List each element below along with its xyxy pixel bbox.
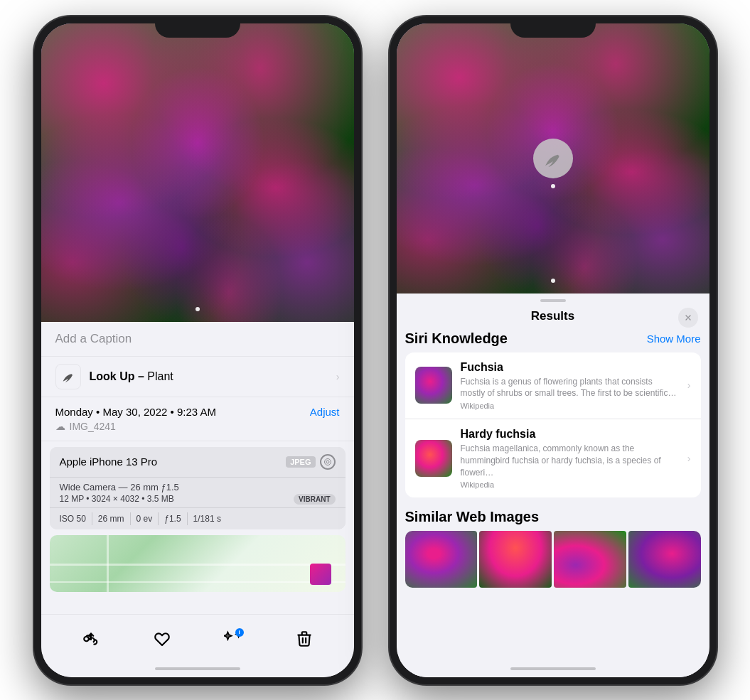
info-badge-dot [235, 628, 244, 637]
cloud-icon: ☁ [55, 421, 65, 432]
photo-indicator-dot-2 [551, 279, 555, 283]
photo-display[interactable] [41, 23, 354, 322]
share-icon [82, 630, 100, 648]
device-section: Apple iPhone 13 Pro JPEG Wide Camera — 2… [50, 447, 345, 529]
location-map[interactable] [50, 535, 345, 592]
results-header: Results [397, 305, 709, 330]
hardy-info: Hardy fuchsia Fuchsia magellanica, commo… [461, 428, 679, 489]
similar-images-section: Similar Web Images [405, 509, 701, 588]
fuchsia-source: Wikipedia [461, 402, 679, 410]
exif-aperture: ƒ1.5 [159, 512, 187, 525]
photo-datetime: Monday • May 30, 2022 • 9:23 AM [55, 406, 216, 418]
map-road-v [107, 535, 109, 592]
camera-settings-icon[interactable] [320, 454, 336, 470]
fuchsia-description: Fuchsia is a genus of flowering plants t… [461, 376, 679, 400]
fuchsia-name: Fuchsia [461, 361, 679, 374]
map-road-h [50, 564, 345, 566]
photo-indicator-dot [195, 307, 200, 311]
phone-2-screen: Results Siri Knowledge Show More [397, 23, 709, 677]
results-handle[interactable] [397, 294, 709, 305]
share-button[interactable] [75, 623, 107, 655]
leaf-icon [60, 369, 76, 384]
fuchsia-thumbnail [415, 367, 452, 404]
delete-button[interactable] [289, 623, 320, 655]
info-badge-container [224, 630, 242, 648]
phone-2: Results Siri Knowledge Show More [390, 16, 717, 684]
device-row: Apple iPhone 13 Pro JPEG [50, 447, 345, 477]
siri-knowledge-title: Siri Knowledge [405, 330, 508, 347]
vibrant-badge: VIBRANT [294, 494, 335, 505]
camera-detail: Wide Camera — 26 mm ƒ1.5 [60, 482, 336, 492]
home-bar [155, 667, 240, 670]
adjust-button[interactable]: Adjust [310, 406, 340, 418]
hardy-thumbnail [415, 440, 452, 477]
photo-display-2[interactable] [397, 23, 709, 294]
photo-info-panel: Add a Caption Look Up – Plant › Monday •… [41, 322, 354, 614]
results-title: Results [531, 309, 574, 323]
home-bar-2 [510, 667, 596, 670]
similar-image-1[interactable] [405, 531, 478, 588]
similar-images-title: Similar Web Images [405, 509, 701, 525]
results-content: Siri Knowledge Show More Fuchsia Fuchsia… [397, 330, 709, 660]
close-button[interactable] [678, 308, 698, 328]
lookup-label: Look Up – Plant [90, 370, 173, 383]
visual-intelligence-indicator[interactable] [533, 139, 573, 178]
knowledge-cards: Fuchsia Fuchsia is a genus of flowering … [405, 352, 701, 498]
svg-point-0 [326, 461, 329, 463]
hardy-chevron: › [687, 453, 691, 464]
notch [155, 16, 240, 38]
siri-knowledge-header: Siri Knowledge Show More [405, 330, 701, 347]
notch-2 [510, 16, 596, 38]
photo-toolbar [41, 614, 354, 660]
format-badge: JPEG [286, 456, 315, 468]
map-road-h2 [50, 581, 345, 583]
phone-1-screen: Add a Caption Look Up – Plant › Monday •… [41, 23, 354, 677]
info-button[interactable] [218, 623, 249, 655]
map-pin [310, 564, 331, 585]
camera-spec: 12 MP • 3024 × 4032 • 3.5 MB [60, 494, 174, 504]
knowledge-card-hardy[interactable]: Hardy fuchsia Fuchsia magellanica, commo… [405, 419, 701, 497]
photo-filename: ☁ IMG_4241 [55, 421, 340, 432]
exif-row: ISO 50 26 mm 0 ev ƒ1.5 1/181 s [50, 507, 345, 529]
favorite-button[interactable] [146, 623, 178, 655]
results-panel: Results Siri Knowledge Show More [397, 294, 709, 677]
caption-placeholder[interactable]: Add a Caption [55, 332, 132, 345]
fuchsia-chevron: › [687, 379, 691, 391]
flower-overlay [41, 23, 354, 322]
home-indicator-2 [397, 660, 709, 677]
device-badges: JPEG [286, 454, 335, 470]
close-icon [684, 313, 692, 322]
home-indicator [41, 660, 354, 677]
device-name: Apple iPhone 13 Pro [60, 456, 158, 468]
exif-mm: 26 mm [92, 512, 131, 525]
hardy-description: Fuchsia magellanica, commonly known as t… [461, 443, 679, 478]
handle-bar [540, 299, 566, 302]
meta-section: Monday • May 30, 2022 • 9:23 AM Adjust ☁… [41, 397, 354, 441]
similar-image-3[interactable] [554, 531, 626, 588]
fuchsia-info: Fuchsia Fuchsia is a genus of flowering … [461, 361, 679, 411]
leaf-search-icon [542, 147, 564, 170]
knowledge-card-fuchsia[interactable]: Fuchsia Fuchsia is a genus of flowering … [405, 352, 701, 419]
show-more-button[interactable]: Show More [647, 333, 701, 345]
exif-iso: ISO 50 [60, 512, 92, 525]
camera-detail-row: Wide Camera — 26 mm ƒ1.5 12 MP • 3024 × … [50, 477, 345, 507]
lookup-chevron: › [336, 371, 340, 382]
phone-1: Add a Caption Look Up – Plant › Monday •… [34, 16, 361, 684]
caption-area[interactable]: Add a Caption [41, 322, 354, 357]
similar-image-4[interactable] [628, 531, 701, 588]
flower-background [41, 23, 354, 322]
trash-icon [295, 630, 314, 648]
heart-icon [153, 630, 171, 648]
svg-point-1 [324, 458, 331, 465]
lookup-row[interactable]: Look Up – Plant › [41, 357, 354, 397]
hardy-name: Hardy fuchsia [461, 428, 679, 441]
visual-search-dot [551, 184, 555, 188]
exif-ev: 0 ev [131, 512, 159, 525]
similar-image-2[interactable] [479, 531, 552, 588]
exif-shutter: 1/181 s [188, 512, 227, 525]
similar-images-grid[interactable] [405, 531, 701, 588]
hardy-source: Wikipedia [461, 480, 679, 489]
lookup-icon [55, 364, 81, 389]
